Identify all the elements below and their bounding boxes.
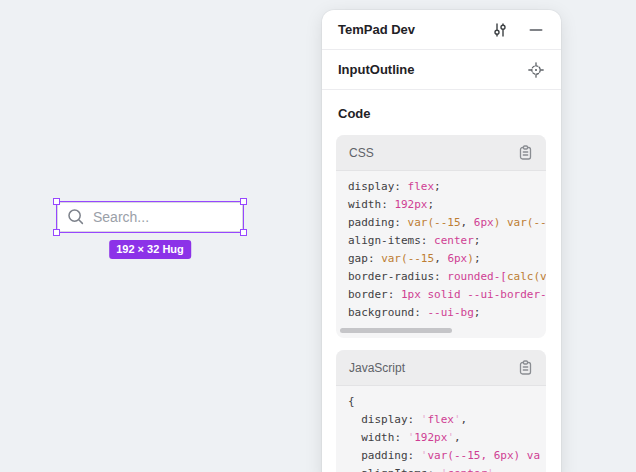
search-placeholder: Search... bbox=[93, 209, 149, 225]
css-code-block: CSS display: flex;width: 192px;padding: … bbox=[336, 135, 546, 338]
javascript-code-block: JavaScript { display: 'flex', width: '19… bbox=[336, 350, 546, 472]
search-input[interactable]: Search... bbox=[57, 202, 243, 232]
minimize-icon[interactable] bbox=[525, 19, 547, 41]
search-icon bbox=[67, 208, 85, 226]
scrollbar-thumb[interactable] bbox=[340, 328, 452, 333]
javascript-block-label: JavaScript bbox=[349, 361, 514, 375]
javascript-code[interactable]: { display: 'flex', width: '192px', paddi… bbox=[336, 386, 546, 472]
css-block-label: CSS bbox=[349, 146, 514, 160]
code-section-title: Code bbox=[338, 106, 546, 121]
css-code[interactable]: display: flex;width: 192px;padding: var(… bbox=[336, 171, 546, 326]
sliders-icon[interactable] bbox=[489, 19, 511, 41]
selection-size-badge: 192 × 32 Hug bbox=[109, 240, 191, 259]
code-section: Code CSS display: flex;width: 192px;padd… bbox=[322, 90, 561, 472]
javascript-block-header: JavaScript bbox=[336, 350, 546, 386]
component-row: InputOutline bbox=[322, 50, 561, 90]
panel-title: TemPad Dev bbox=[338, 22, 489, 37]
copy-css-clipboard-icon[interactable] bbox=[514, 142, 536, 164]
locate-icon[interactable] bbox=[525, 59, 547, 81]
copy-javascript-clipboard-icon[interactable] bbox=[514, 357, 536, 379]
component-name: InputOutline bbox=[338, 62, 525, 77]
css-block-header: CSS bbox=[336, 135, 546, 171]
tempad-dev-panel: TemPad Dev InputOutline bbox=[322, 10, 561, 472]
css-horizontal-scrollbar bbox=[336, 326, 546, 338]
panel-header: TemPad Dev bbox=[322, 10, 561, 50]
